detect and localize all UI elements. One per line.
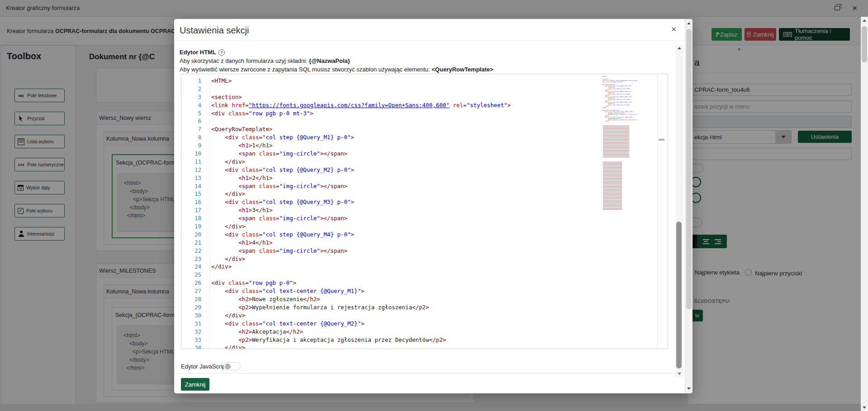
line-number: 21 (181, 239, 206, 246)
line-number: 25 (181, 271, 206, 278)
line-number: 22 (181, 247, 206, 254)
hint-query-template: Aby wyświetlić wiersze zwrócone z zapyta… (180, 66, 493, 73)
code-text: <section> (206, 94, 242, 100)
code-line: 10 <span class="img-circle"></span> (181, 150, 668, 158)
scroll-down-container[interactable] (861, 406, 868, 409)
line-number: 4 (181, 102, 206, 109)
section-settings-modal: Ustawienia sekcji × Edytor HTML? Aby sko… (174, 19, 693, 393)
line-number: 34 (181, 344, 206, 349)
editor-scrollbar-thumb[interactable] (659, 139, 664, 141)
code-line: 13 <h1>2</h1> (181, 175, 668, 183)
line-number: 23 (181, 255, 206, 262)
line-number: 14 (181, 183, 206, 189)
line-number: 30 (181, 312, 206, 319)
code-line: 5<div class="row pgb p-0 mt-3"> (181, 110, 668, 118)
code-line: 33 <p2>Weryfikacja i akceptacja zgłoszen… (181, 336, 668, 345)
minimap-overflow-block (603, 162, 622, 211)
code-line: 23 </div> (181, 255, 668, 264)
scrollbar-thumb[interactable] (686, 29, 692, 309)
minimap-overflow-block (603, 126, 629, 157)
line-number: 3 (181, 94, 206, 100)
code-text: <div class="col step {@Query_M3} p-0"> (206, 198, 354, 205)
code-line: 17 <h1>3</h1> (181, 207, 668, 215)
line-number: 20 (181, 231, 206, 238)
code-text: </div> (206, 223, 245, 230)
code-line: 21 <h1>4</h1> (181, 239, 668, 247)
code-text: <span class="img-circle"></span> (206, 183, 347, 189)
scroll-up-icon[interactable] (863, 19, 866, 22)
line-number: 31 (181, 320, 206, 327)
scroll-up-icon[interactable] (678, 47, 681, 49)
code-line: 28 <h2>Nowe zgłoszenie</h2> (181, 296, 668, 304)
scrollbar-thumb[interactable] (862, 26, 867, 62)
modal-close-icon[interactable]: × (671, 24, 676, 34)
line-number: 10 (181, 150, 206, 157)
line-number: 12 (181, 166, 206, 173)
line-number: 6 (181, 118, 206, 124)
code-line: 31 <div class="col text-center {@Query_M… (181, 320, 668, 328)
hint-query-text: Aby wyświetlić wiersze zwrócone z zapyta… (180, 66, 432, 73)
code-text: </div> (206, 344, 245, 349)
code-line: 24</div> (181, 263, 668, 271)
modal-outer-scrollbar[interactable] (685, 19, 693, 393)
modal-close-button-label: Zamknij (185, 381, 206, 388)
line-number: 8 (181, 134, 206, 141)
line-number: 5 (181, 110, 206, 117)
html-code-editor[interactable]: 1<HTML>23<section>4<link href="https://f… (181, 74, 668, 349)
line-number: 33 (181, 336, 206, 343)
line-number: 17 (181, 207, 206, 213)
code-line: 29 <p2>Wypełnienie formularza i rejestra… (181, 304, 668, 312)
modal-close-button[interactable]: Zamknij (181, 378, 209, 391)
js-editor-toggle[interactable] (223, 362, 241, 370)
scroll-up-icon[interactable] (687, 22, 691, 24)
code-text: <h1>3</h1> (206, 207, 273, 213)
code-line: 18 <span class="img-circle"></span> (181, 215, 668, 223)
code-text: <span class="img-circle"></span> (206, 247, 347, 254)
line-number: 32 (181, 328, 206, 335)
code-text: <p2>Wypełnienie formularza i rejestracja… (206, 304, 429, 311)
line-number: 29 (181, 304, 206, 311)
code-line: 15 </div> (181, 190, 668, 198)
modal-body-scrollbar[interactable] (675, 45, 683, 377)
code-text (206, 85, 211, 92)
hint-syntax-text: Aby skorzystać z danych formularza użyj … (180, 57, 309, 64)
line-number: 27 (181, 288, 206, 294)
code-minimap[interactable]: <HTML><section><link href="https://fonts… (602, 76, 637, 288)
app-window: Kreator graficzny formularza × Kreator f… (0, 0, 868, 411)
line-number: 15 (181, 190, 206, 197)
code-text: <h1>2</h1> (206, 175, 273, 181)
help-icon[interactable]: ? (218, 49, 225, 56)
code-text: </div> (206, 255, 245, 262)
code-text: </div> (206, 312, 245, 319)
line-number: 13 (181, 175, 206, 181)
scrollbar-thumb[interactable] (676, 222, 682, 368)
line-number: 11 (181, 158, 206, 165)
code-line: 3<section> (181, 94, 668, 102)
line-number: 1 (181, 77, 206, 84)
code-text: </div> (206, 190, 245, 197)
scroll-down-container[interactable] (685, 387, 693, 390)
code-line: 32 <h2>Akceptacja</h2> (181, 328, 668, 336)
code-text: <QueryRowTemplate> (206, 126, 272, 132)
code-line: 11 </div> (181, 158, 668, 166)
code-text: <h2>Nowe zgłoszenie</h2> (206, 296, 320, 302)
editor-scrollbar-divider (657, 74, 658, 349)
line-number: 16 (181, 198, 206, 205)
line-number: 24 (181, 263, 206, 270)
code-line: 2 (181, 85, 668, 94)
modal-header-divider (174, 40, 685, 41)
code-line: 27 <div class="col text-center {@Query_M… (181, 288, 668, 296)
hint-syntax-token: {@NazwaPola} (309, 57, 350, 64)
modal-title: Ustawienia sekcji (180, 25, 249, 36)
line-number: 18 (181, 215, 206, 222)
line-number: 26 (181, 279, 206, 286)
code-text: <div class="row pgb p-0 mt-3"> (206, 110, 313, 117)
code-text: <link href="https://fonts.googleapis.com… (206, 102, 511, 109)
code-text: <HTML> (206, 77, 232, 84)
window-scrollbar[interactable] (861, 17, 868, 411)
code-line: 8 <div class="col step {@Query_M1} p-0"> (181, 134, 668, 142)
toggle-knob (225, 364, 231, 369)
html-editor-label: Edytor HTML (180, 49, 216, 56)
code-text: <div class="col step {@Query_M1} p-0"> (206, 134, 354, 141)
code-text: <h1>1</h1> (206, 142, 273, 149)
